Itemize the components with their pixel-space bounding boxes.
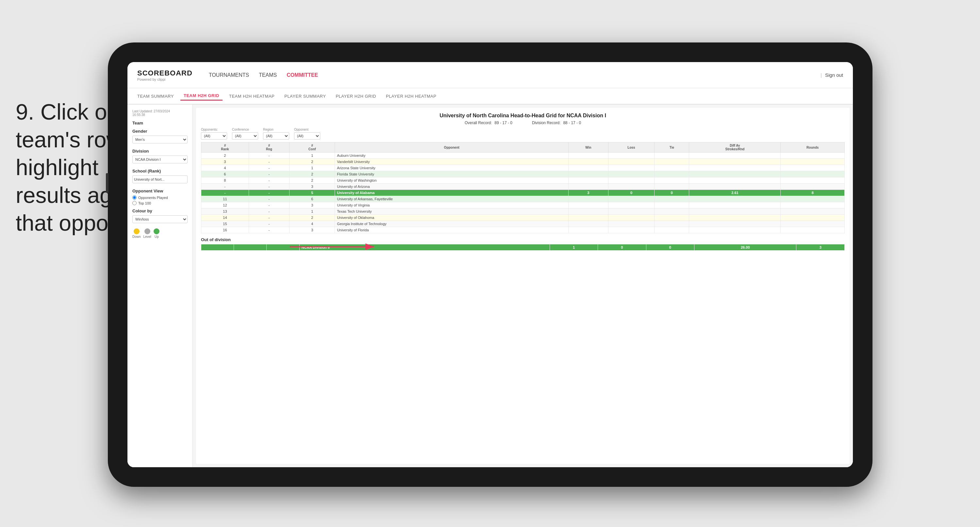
table-cell: - [249,171,289,177]
table-cell: - [249,227,289,233]
overall-record: Overall Record: 89 - 17 - 0 [465,121,512,125]
table-cell: - [249,196,289,202]
opponent-name-cell: Texas Tech University [335,209,569,215]
table-cell [569,159,608,165]
table-cell: - [249,159,289,165]
table-row[interactable]: 16-3University of Florida [201,227,845,233]
table-row[interactable]: 13-1Texas Tech University [201,209,845,215]
opponent-view-radios: Opponents Played Top 100 [132,195,188,205]
school-input[interactable] [132,175,188,183]
table-cell [569,171,608,177]
table-cell: 13 [201,209,249,215]
table-cell [608,215,654,221]
out-division-cell [267,244,299,251]
th-tie: Tie [654,142,689,153]
table-cell: 8 [781,190,845,196]
table-cell [781,184,845,190]
table-cell: - [249,221,289,227]
region-filter-select[interactable]: (All) [263,132,289,140]
out-of-division-row[interactable]: NCAA Division II10026.003 [201,244,845,251]
table-row[interactable]: --3University of Arizona [201,184,845,190]
gender-select[interactable]: Men's [132,135,188,143]
legend-up: Up [154,228,159,239]
table-row[interactable]: 6-2Florida State University [201,171,845,177]
table-cell: 6 [290,196,335,202]
th-loss: Loss [608,142,654,153]
school-label: School (Rank) [132,169,188,174]
table-cell: 3 [569,190,608,196]
table-cell: 3 [290,202,335,209]
table-cell [654,153,689,159]
table-row[interactable]: 2-1Auburn University [201,153,845,159]
last-updated: Last Updated: 27/03/2024 16:55:38 [132,110,188,117]
nav-link-committee[interactable]: COMMITTEE [286,70,318,80]
opponent-name-cell: University of Washington [335,177,569,184]
table-cell [654,171,689,177]
table-cell [654,221,689,227]
table-cell [781,202,845,209]
table-cell [569,202,608,209]
colour-by-select[interactable]: Win/loss [132,215,188,223]
opponent-name-cell: University of Arkansas, Fayetteville [335,196,569,202]
table-cell [569,227,608,233]
table-cell: - [249,209,289,215]
table-cell [569,221,608,227]
division-label: Division [132,149,188,154]
opponent-filter-select[interactable]: (All) [294,132,320,140]
sub-nav-player-summary[interactable]: PLAYER SUMMARY [281,92,329,100]
gender-label: Gender [132,129,188,134]
table-cell: 4 [290,221,335,227]
nav-link-tournaments[interactable]: TOURNAMENTS [209,70,249,80]
sign-out-link[interactable]: Sign out [825,72,843,78]
out-division-cell: 3 [796,244,845,251]
legend-area: Down Level Up [132,228,188,239]
radio-opponents-played[interactable]: Opponents Played [132,195,188,200]
tablet-side-button [106,173,108,193]
table-cell: 2 [201,153,249,159]
table-row[interactable]: 12-3University of Virginia [201,202,845,209]
table-cell: 16 [201,227,249,233]
table-cell [689,196,781,202]
opponents-filter-select[interactable]: (All) [201,132,227,140]
radio-top100[interactable]: Top 100 [132,201,188,205]
opponent-name-cell: University of Arizona [335,184,569,190]
table-cell: 8 [201,177,249,184]
table-cell [608,209,654,215]
table-row[interactable]: 8-2University of Washington [201,177,845,184]
table-row[interactable]: 11-6University of Arkansas, Fayetteville [201,196,845,202]
filter-conference: Conference (All) [232,128,258,140]
th-rank: #Rank [201,142,249,153]
out-division-cell: 1 [550,244,598,251]
table-cell [654,209,689,215]
table-cell [569,184,608,190]
step-number: 9. [16,99,34,124]
table-row[interactable]: 4-1Arizona State University [201,165,845,171]
table-row[interactable]: 3-2Vanderbilt University [201,159,845,165]
sub-nav-team-h2h-grid[interactable]: TEAM H2H GRID [180,91,223,100]
sub-nav-team-summary[interactable]: TEAM SUMMARY [134,92,177,100]
sub-nav-player-h2h-grid[interactable]: PLAYER H2H GRID [332,92,379,100]
table-cell [781,165,845,171]
logo-title: SCOREBOARD [137,69,192,77]
table-cell [608,221,654,227]
table-cell [781,171,845,177]
opponent-name-cell: Auburn University [335,153,569,159]
opponent-name-cell: Georgia Institute of Technology [335,221,569,227]
opponent-name-cell: Vanderbilt University [335,159,569,165]
division-select[interactable]: NCAA Division I [132,156,188,163]
table-row[interactable]: 14-2University of Oklahoma [201,215,845,221]
sub-nav-player-h2h-heatmap[interactable]: PLAYER H2H HEATMAP [383,92,439,100]
table-row[interactable]: 15-4Georgia Institute of Technology [201,221,845,227]
opponent-name-cell: Florida State University [335,171,569,177]
table-row[interactable]: --5University of Alabama3002.618 [201,190,845,196]
table-cell: - [201,190,249,196]
out-division-cell: 26.00 [694,244,796,251]
table-cell: 5 [290,190,335,196]
nav-link-teams[interactable]: TEAMS [259,70,277,80]
opponent-filter-label: Opponent [294,128,320,131]
filter-row: Opponents: (All) Conference (All) [201,128,845,140]
sub-nav-team-h2h-heatmap[interactable]: TEAM H2H HEATMAP [226,92,278,100]
table-cell [608,227,654,233]
conference-filter-select[interactable]: (All) [232,132,258,140]
th-reg: #Reg [249,142,289,153]
